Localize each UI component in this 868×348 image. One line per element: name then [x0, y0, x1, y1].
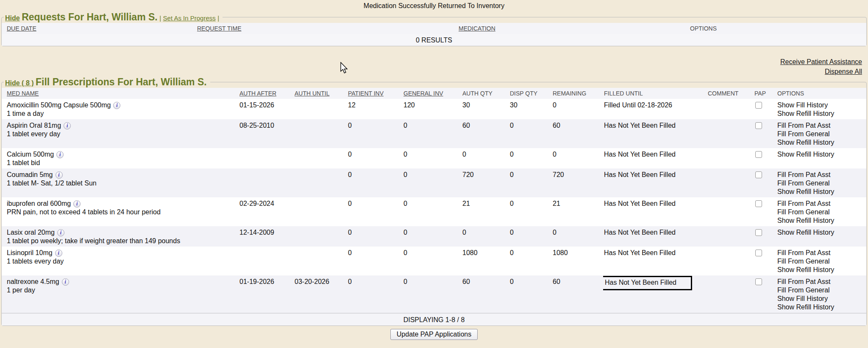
column-header-pap: PAP — [754, 88, 776, 99]
filled-until-status: Filled Until 02-18-2026 — [604, 101, 672, 109]
option-fill-from-pat-asst[interactable]: Fill From Pat Asst — [777, 121, 865, 130]
option-show-refill-history[interactable]: Show Refill History — [777, 303, 865, 312]
option-show-fill-history[interactable]: Show Fill History — [777, 295, 865, 303]
med-name: naltrexone 4.5mg — [7, 278, 59, 285]
cell-comment — [707, 119, 754, 148]
option-fill-from-pat-asst[interactable]: Fill From Pat Asst — [777, 249, 865, 257]
info-icon[interactable]: i — [56, 151, 64, 158]
option-fill-from-general[interactable]: Fill From General — [777, 286, 865, 295]
cell-auth-until — [294, 226, 347, 247]
dispense-all-link[interactable]: Dispense All — [0, 67, 862, 76]
cell-med-name: Calcium 500mgi 1 tablet bid — [2, 148, 239, 168]
option-fill-from-general[interactable]: Fill From General — [777, 208, 865, 216]
requests-table-header-row: DUE DATEREQUEST TIMEMEDICATIONOPTIONS — [2, 23, 866, 34]
cell-auth-qty: 60 — [462, 119, 509, 148]
option-show-refill-history[interactable]: Show Refill History — [777, 188, 865, 196]
column-header-filled-until: FILLED UNTIL — [603, 88, 707, 99]
pap-checkbox[interactable] — [755, 102, 762, 109]
cell-pap — [754, 197, 776, 226]
cell-general-inv: 0 — [403, 247, 462, 275]
cell-med-name: Aspirin Oral 81mgi 1 tablet every day — [2, 119, 239, 148]
cell-options: Fill From Pat AsstFill From GeneralShow … — [776, 197, 866, 226]
option-fill-from-general[interactable]: Fill From General — [777, 179, 865, 188]
info-icon[interactable]: i — [57, 229, 64, 236]
cell-auth-qty: 21 — [462, 197, 509, 226]
update-pap-applications-button[interactable]: Update PAP Applications — [390, 329, 478, 340]
info-icon[interactable]: i — [62, 278, 69, 286]
fill-hide-link[interactable]: Hide ( 8 ) — [5, 79, 34, 87]
cell-comment — [707, 226, 754, 247]
column-header-due-date[interactable]: DUE DATE — [2, 23, 196, 34]
page: Medication Successfully Returned To Inve… — [0, 0, 868, 348]
requests-hide-link[interactable]: Hide — [5, 14, 20, 22]
cell-patient-inv: 12 — [347, 99, 403, 119]
cell-options: Fill From Pat AsstFill From GeneralShow … — [776, 247, 866, 275]
cell-auth-until — [294, 247, 347, 275]
cell-auth-qty: 0 — [462, 226, 509, 247]
column-header-med-name[interactable]: MED NAME — [2, 88, 239, 99]
cell-general-inv: 0 — [403, 168, 462, 197]
column-header-medication[interactable]: MEDICATION — [458, 23, 689, 34]
cell-remaining: 0 — [552, 99, 603, 119]
pap-checkbox[interactable] — [755, 229, 762, 236]
column-header-remaining: REMAINING — [552, 88, 603, 99]
cell-patient-inv: 0 — [347, 148, 403, 168]
cell-filled-until: Filled Until 02-18-2026 — [603, 99, 707, 119]
set-as-in-progress-link[interactable]: Set As In Progress — [163, 14, 216, 22]
med-name: Aspirin Oral 81mg — [7, 122, 61, 129]
status-message: Medication Successfully Returned To Inve… — [0, 0, 868, 11]
med-sig: 1 tablets every day — [7, 257, 238, 266]
column-header-request-time[interactable]: REQUEST TIME — [196, 23, 458, 34]
med-sig: 1 tablet bid — [7, 159, 238, 167]
pap-checkbox[interactable] — [755, 151, 762, 158]
action-links: Receive Patient Assistance Dispense All — [0, 57, 862, 76]
cell-auth-qty: 720 — [462, 168, 509, 197]
cell-auth-after: 08-25-2010 — [239, 119, 294, 148]
receive-patient-assistance-link[interactable]: Receive Patient Assistance — [0, 57, 862, 67]
med-name: Lasix oral 20mg — [7, 229, 55, 236]
prescription-row: Amoxicillin 500mg Capsule 500mgi 1 time … — [2, 99, 866, 119]
info-icon[interactable]: i — [56, 171, 63, 179]
column-header-general-inv[interactable]: GENERAL INV — [403, 88, 462, 99]
option-fill-from-general[interactable]: Fill From General — [777, 130, 865, 138]
column-header-patient-inv[interactable]: PATIENT INV — [347, 88, 403, 99]
cell-auth-qty: 60 — [462, 275, 509, 313]
cell-filled-until: Has Not Yet Been Filled — [603, 197, 707, 226]
option-show-refill-history[interactable]: Show Refill History — [777, 138, 865, 147]
cell-pap — [754, 275, 776, 313]
option-show-refill-history[interactable]: Show Refill History — [777, 109, 865, 118]
cell-disp-qty: 0 — [509, 168, 552, 197]
option-fill-from-general[interactable]: Fill From General — [777, 257, 865, 266]
prescription-row: Calcium 500mgi 1 tablet bid 0 0 0 0 0 Ha… — [2, 148, 866, 168]
displaying-count: DISPLAYING 1-8 / 8 — [2, 313, 866, 326]
cell-options: Fill From Pat AsstFill From GeneralShow … — [776, 275, 866, 313]
option-show-refill-history[interactable]: Show Refill History — [777, 228, 865, 237]
pap-checkbox[interactable] — [755, 122, 762, 129]
med-sig: 1 tablet every day — [7, 130, 238, 138]
info-icon[interactable]: i — [55, 250, 62, 257]
pap-checkbox[interactable] — [755, 200, 762, 207]
cell-filled-until: Has Not Yet Been Filled — [603, 247, 707, 275]
cell-disp-qty: 0 — [509, 119, 552, 148]
column-header-auth-until[interactable]: AUTH UNTIL — [294, 88, 347, 99]
pap-checkbox[interactable] — [755, 278, 762, 285]
med-sig: 1 time a day — [7, 109, 238, 118]
cell-patient-inv: 0 — [347, 168, 403, 197]
cell-auth-qty: 30 — [462, 99, 509, 119]
info-icon[interactable]: i — [73, 200, 81, 208]
option-show-refill-history[interactable]: Show Refill History — [777, 216, 865, 225]
option-fill-from-pat-asst[interactable]: Fill From Pat Asst — [777, 171, 865, 179]
option-fill-from-pat-asst[interactable]: Fill From Pat Asst — [777, 199, 865, 208]
column-header-auth-after[interactable]: AUTH AFTER — [239, 88, 294, 99]
pap-checkbox[interactable] — [755, 171, 762, 178]
option-show-refill-history[interactable]: Show Refill History — [777, 266, 865, 274]
prescription-row: Aspirin Oral 81mgi 1 tablet every day 08… — [2, 119, 866, 148]
option-fill-from-pat-asst[interactable]: Fill From Pat Asst — [777, 278, 865, 286]
info-icon[interactable]: i — [64, 122, 71, 129]
option-show-refill-history[interactable]: Show Refill History — [777, 150, 865, 159]
info-icon[interactable]: i — [113, 102, 120, 109]
option-show-fill-history[interactable]: Show Fill History — [777, 101, 865, 109]
pap-checkbox[interactable] — [755, 250, 762, 256]
cell-general-inv: 0 — [403, 148, 462, 168]
separator-pipe: | — [159, 14, 161, 22]
